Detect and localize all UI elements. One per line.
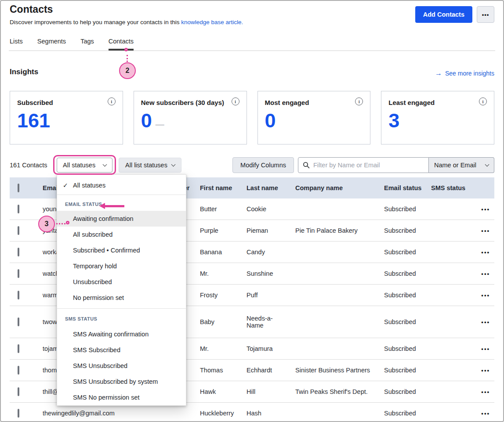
- row-menu-button[interactable]: •••: [481, 410, 490, 417]
- row-checkbox[interactable]: [18, 409, 19, 418]
- column-header-company[interactable]: Company name: [290, 184, 379, 191]
- cell-email-status: Subscribed: [379, 270, 426, 277]
- tab-contacts[interactable]: Contacts: [109, 38, 134, 50]
- dropdown-option-sms-unsubscribed-by-system[interactable]: SMS Unsubscribed by system: [57, 374, 186, 390]
- card-title: Most engaged: [265, 97, 309, 106]
- cell-email-status: Subscribed: [379, 249, 426, 256]
- dropdown-option-subscribed-confirmed[interactable]: Subscribed • Confirmed: [57, 242, 186, 258]
- dropdown-option-unsubscribed[interactable]: Unsubscribed: [57, 274, 186, 290]
- cell-email-status: Subscribed: [379, 388, 426, 395]
- cell-email-status: Subscribed: [379, 292, 426, 299]
- cell-last-name: Hash: [242, 410, 290, 417]
- cell-first-name: Butter: [195, 206, 242, 213]
- cell-first-name: Hawk: [195, 388, 242, 395]
- info-icon[interactable]: i: [355, 97, 363, 105]
- cell-last-name: Candy: [242, 249, 290, 256]
- tab-lists[interactable]: Lists: [10, 38, 23, 50]
- cell-last-name: Puff: [242, 292, 290, 299]
- card-value: 0—: [141, 111, 239, 130]
- card-subscribed: Subscribed i 161: [10, 91, 123, 144]
- cell-first-name: Baby: [195, 318, 242, 325]
- row-menu-button[interactable]: •••: [481, 346, 490, 352]
- row-menu-button[interactable]: •••: [481, 292, 490, 299]
- row-checkbox[interactable]: [18, 366, 19, 375]
- cell-first-name: Thomas: [195, 367, 242, 374]
- card-title: New subscribers (30 days): [141, 97, 224, 106]
- card-value: 161: [17, 111, 116, 130]
- search-icon: [303, 162, 310, 169]
- row-menu-button[interactable]: •••: [481, 271, 490, 277]
- dropdown-option-all-subscribed[interactable]: All subscribed: [57, 227, 186, 242]
- dropdown-option-sms-subscribed[interactable]: SMS Subscribed: [57, 342, 186, 358]
- subtitle-text: Discover improvements to help you manage…: [10, 19, 181, 25]
- status-filter-button[interactable]: All statuses: [57, 158, 112, 173]
- row-checkbox[interactable]: [18, 387, 19, 396]
- modify-columns-button[interactable]: Modify Columns: [232, 157, 294, 173]
- card-title: Least engaged: [388, 97, 435, 106]
- row-checkbox[interactable]: [18, 317, 19, 326]
- see-more-insights-link[interactable]: → See more insights: [435, 69, 494, 77]
- row-menu-button[interactable]: •••: [481, 227, 490, 234]
- card-new-subscribers: New subscribers (30 days) i 0—: [134, 91, 247, 144]
- cell-last-name: Needs-a-Name: [242, 315, 290, 329]
- add-contacts-button[interactable]: Add Contacts: [415, 6, 472, 23]
- row-menu-button[interactable]: •••: [481, 389, 490, 395]
- cell-first-name: Banana: [195, 249, 242, 256]
- tab-segments[interactable]: Segments: [37, 38, 66, 50]
- column-header-email-status[interactable]: Email status: [379, 184, 426, 191]
- row-menu-button[interactable]: •••: [481, 249, 490, 256]
- cell-email-status: Subscribed: [379, 227, 426, 234]
- dropdown-option-all-statuses[interactable]: ✓ All statuses: [57, 176, 186, 195]
- info-icon[interactable]: i: [479, 97, 487, 105]
- row-checkbox[interactable]: [18, 344, 19, 353]
- chevron-down-icon: [485, 162, 489, 166]
- row-checkbox[interactable]: [18, 269, 19, 278]
- card-title: Subscribed: [17, 97, 53, 106]
- insights-heading: Insights: [10, 68, 38, 76]
- dropdown-option-sms-awaiting-confirmation[interactable]: SMS Awaiting confirmation: [57, 326, 186, 342]
- knowledge-base-link[interactable]: knowledge base article.: [181, 19, 243, 25]
- cell-email: thewingedlily@gmail.com: [35, 410, 140, 417]
- cell-first-name: Mr.: [195, 345, 242, 352]
- dropdown-option-sms-no-permission-set[interactable]: SMS No permission set: [57, 390, 186, 405]
- row-checkbox[interactable]: [18, 205, 19, 213]
- cell-last-name: Echhardt: [242, 367, 290, 374]
- list-status-filter-button[interactable]: All list statuses: [119, 158, 181, 173]
- cell-email-status: Subscribed: [379, 410, 426, 417]
- dropdown-option-sms-unsubscribed[interactable]: SMS Unsubscribed: [57, 358, 186, 374]
- more-actions-button[interactable]: •••: [477, 6, 494, 23]
- insight-cards: Subscribed i 161 New subscribers (30 day…: [10, 91, 494, 144]
- dropdown-option-awaiting-confirmation[interactable]: Awaiting confirmation: [57, 211, 186, 227]
- contacts-page: Contacts Discover improvements to help y…: [0, 0, 504, 422]
- cell-first-name: Frosty: [195, 292, 242, 299]
- row-menu-button[interactable]: •••: [481, 206, 490, 213]
- info-icon[interactable]: i: [108, 97, 116, 105]
- column-header-first-name[interactable]: First name: [195, 184, 242, 191]
- tabs-divider: [9, 50, 495, 51]
- row-checkbox[interactable]: [18, 248, 19, 256]
- column-header-sms-status[interactable]: SMS status: [426, 184, 470, 191]
- row-checkbox[interactable]: [18, 291, 19, 299]
- contact-count: 161 Contacts: [10, 162, 57, 169]
- chevron-down-icon: [103, 162, 107, 166]
- row-checkbox[interactable]: [18, 226, 19, 235]
- dropdown-option-temporary-hold[interactable]: Temporary hold: [57, 258, 186, 274]
- search-mode-button[interactable]: Name or Email: [429, 157, 494, 173]
- row-menu-button[interactable]: •••: [481, 319, 490, 325]
- cell-email-status: Subscribed: [379, 318, 426, 325]
- card-value: 0: [265, 111, 363, 130]
- cell-last-name: Sunshine: [242, 270, 290, 277]
- column-header-last-name[interactable]: Last name: [242, 184, 290, 191]
- row-menu-button[interactable]: •••: [481, 367, 490, 374]
- page-subtitle: Discover improvements to help you manage…: [10, 19, 243, 25]
- tab-tags[interactable]: Tags: [80, 38, 94, 50]
- select-all-checkbox[interactable]: [18, 184, 19, 192]
- trend-dash: —: [156, 119, 164, 129]
- info-icon[interactable]: i: [232, 97, 239, 105]
- search-input[interactable]: [313, 162, 424, 169]
- page-title: Contacts: [10, 4, 53, 15]
- tab-bar: Lists Segments Tags Contacts: [10, 38, 134, 50]
- dropdown-option-no-permission-set[interactable]: No permission set: [57, 290, 186, 306]
- cell-first-name: Huckleberry: [195, 410, 242, 417]
- cell-email-status: Subscribed: [379, 206, 426, 213]
